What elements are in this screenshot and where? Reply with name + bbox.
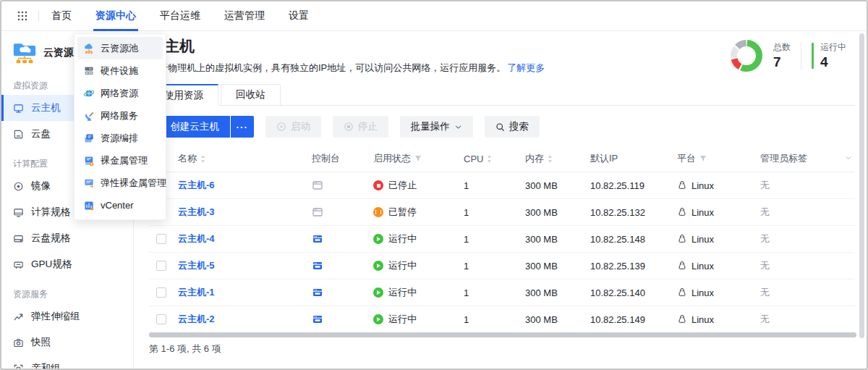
tab-recycle-bin[interactable]: 回收站 xyxy=(221,84,281,106)
search-icon xyxy=(495,122,505,132)
status-label: 运行中 xyxy=(388,313,417,326)
column-header-platform[interactable]: 平台 xyxy=(677,152,760,165)
row-checkbox[interactable] xyxy=(156,314,166,324)
column-header-ip: 默认IP xyxy=(590,152,677,165)
sort-icon[interactable] xyxy=(547,154,553,164)
column-header-console: 控制台 xyxy=(312,152,373,165)
vm-name-link[interactable]: 云主机-5 xyxy=(178,259,215,272)
menu-item-network-service[interactable]: 网络服务 xyxy=(77,104,163,127)
menu-item-network-resource[interactable]: 网络资源 xyxy=(77,82,163,104)
hardware-icon xyxy=(83,65,95,77)
more-actions-button[interactable]: ··· xyxy=(231,116,254,138)
sidebar-item-label: 云盘规格 xyxy=(31,232,70,245)
vm-name-link[interactable]: 云主机-4 xyxy=(178,232,215,245)
running-status-icon xyxy=(373,261,383,271)
pagination-info: 第 1-6 项, 共 6 项 xyxy=(149,342,221,356)
table-cell xyxy=(156,261,178,271)
menu-item-cloud-pool[interactable]: 云资源池 xyxy=(77,37,163,59)
vm-name-link[interactable]: 云主机-3 xyxy=(178,206,215,219)
row-checkbox[interactable] xyxy=(156,261,166,271)
chevron-down-icon xyxy=(845,154,852,161)
menu-item-label: vCenter xyxy=(101,200,134,211)
nav-item-home[interactable]: 首页 xyxy=(51,1,72,31)
menu-item-elastic-baremetal[interactable]: 弹性裸金属管理 xyxy=(77,172,163,194)
table-row: 云主机-5运行中1300 MB10.82.25.139Linux无 xyxy=(149,253,855,279)
column-label: 名称 xyxy=(178,152,197,165)
batch-actions-button[interactable]: 批量操作 xyxy=(400,116,473,138)
sidebar-item-affinity-group[interactable]: 亲和组 xyxy=(1,356,133,370)
nav-item-settings[interactable]: 设置 xyxy=(289,1,309,31)
column-header-tags: 管理员标签 xyxy=(760,152,855,165)
total-stat-value: 7 xyxy=(773,54,791,71)
stop-button[interactable]: 停止 xyxy=(333,116,388,138)
total-stat: 总数 7 xyxy=(773,41,791,71)
horizontal-scrollbar[interactable] xyxy=(149,332,856,337)
table-cell: 云主机-4 xyxy=(178,232,312,245)
cpu-value: 1 xyxy=(464,261,525,272)
vm-name-link[interactable]: 云主机-1 xyxy=(178,286,215,299)
table-cell: 已暂停 xyxy=(373,206,464,219)
vm-name-link[interactable]: 云主机-6 xyxy=(178,179,215,192)
nav-item-resource-center[interactable]: 资源中心 xyxy=(95,1,136,31)
running-stat-value: 4 xyxy=(820,54,846,71)
running-status-icon xyxy=(373,287,383,298)
table-cell: 运行中 xyxy=(373,286,464,299)
memory-value: 300 MB xyxy=(525,261,590,272)
sidebar-item-gpu-spec[interactable]: GPU规格 xyxy=(1,251,133,277)
column-label: 内存 xyxy=(525,152,544,165)
menu-item-label: 硬件设施 xyxy=(101,64,138,77)
filter-icon[interactable] xyxy=(699,154,707,163)
cpu-value: 1 xyxy=(464,287,525,298)
filter-icon[interactable] xyxy=(414,154,422,163)
main-content: 总数 7 运行中 4 云主机 基于物理机上的虚拟机实例，具有独立的IP地址，可以… xyxy=(135,31,865,367)
play-circle-icon xyxy=(276,122,286,132)
learn-more-link[interactable]: 了解更多 xyxy=(507,62,545,73)
vertical-scrollbar[interactable] xyxy=(859,33,864,338)
console-icon[interactable] xyxy=(312,260,323,272)
row-checkbox[interactable] xyxy=(156,287,166,298)
status-label: 已停止 xyxy=(388,179,417,192)
sidebar-item-snapshot[interactable]: 快照 xyxy=(1,329,133,356)
cpu-value: 1 xyxy=(464,314,525,325)
table-cell: Linux xyxy=(677,234,760,245)
sidebar-item-scaling-group[interactable]: 弹性伸缩组 xyxy=(1,303,133,329)
menu-item-hardware[interactable]: 硬件设施 xyxy=(77,59,163,82)
running-stat: 运行中 4 xyxy=(812,41,846,71)
console-icon[interactable] xyxy=(312,287,323,298)
start-button[interactable]: 启动 xyxy=(265,116,321,138)
console-icon[interactable] xyxy=(312,314,323,325)
admin-tags-value: 无 xyxy=(760,259,770,272)
menu-item-orchestration[interactable]: 资源编排 xyxy=(77,127,163,149)
sort-icon[interactable] xyxy=(486,154,493,164)
menu-item-label: 网络服务 xyxy=(101,109,138,122)
nav-item-platform-ops[interactable]: 平台运维 xyxy=(160,1,200,31)
sidebar-item-disk-spec[interactable]: 云盘规格 xyxy=(1,225,133,251)
menu-item-baremetal[interactable]: 裸金属管理 xyxy=(77,149,163,172)
table-cell xyxy=(312,260,373,272)
column-header-status[interactable]: 启用状态 xyxy=(373,152,464,165)
menu-item-vcenter[interactable]: vCenter xyxy=(77,194,163,216)
row-checkbox[interactable] xyxy=(156,234,166,244)
toolbar: +创建云主机 ··· 启动 停止 批量操作 搜索 xyxy=(149,116,855,138)
console-icon[interactable] xyxy=(312,206,323,218)
column-label: 平台 xyxy=(677,152,696,165)
console-icon[interactable] xyxy=(312,180,323,191)
column-header-cpu[interactable]: CPU xyxy=(464,154,525,164)
table-cell: 云主机-1 xyxy=(178,286,312,299)
app-launcher-icon[interactable] xyxy=(17,11,27,21)
console-icon[interactable] xyxy=(312,233,323,245)
default-ip-value: 10.82.25.119 xyxy=(590,180,677,191)
search-button[interactable]: 搜索 xyxy=(485,116,540,138)
total-stat-label: 总数 xyxy=(773,41,791,53)
tab-bar: 使用资源回收站 xyxy=(149,83,855,106)
sidebar-item-label: 计算规格 xyxy=(31,206,70,219)
vm-name-link[interactable]: 云主机-2 xyxy=(178,313,215,326)
table-row: 云主机-6已停止1300 MB10.82.25.119Linux无 xyxy=(149,172,855,199)
memory-value: 300 MB xyxy=(525,287,590,298)
column-header-name[interactable]: 名称 xyxy=(178,152,312,165)
sort-icon[interactable] xyxy=(200,154,206,164)
linux-icon xyxy=(677,287,687,298)
affinity-group-icon xyxy=(13,363,24,370)
nav-item-operation-mgmt[interactable]: 运营管理 xyxy=(224,1,265,31)
column-header-memory[interactable]: 内存 xyxy=(525,152,590,165)
